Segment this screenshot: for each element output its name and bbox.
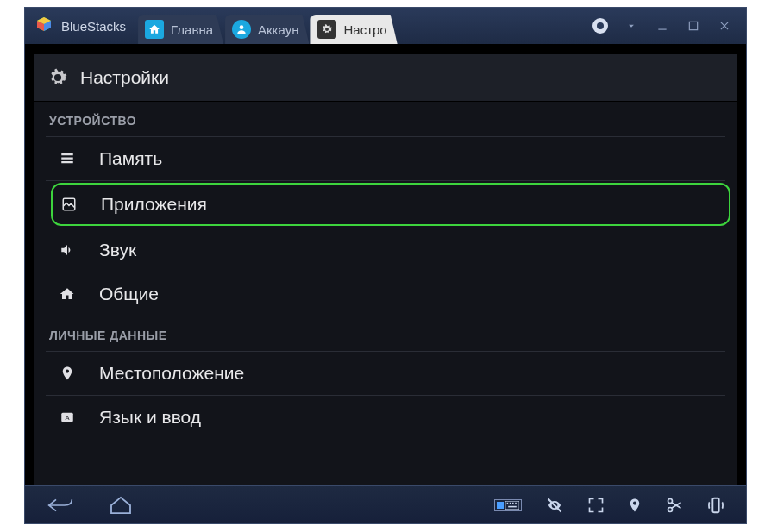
scissors-icon[interactable] [665, 497, 684, 514]
svg-rect-13 [515, 502, 517, 504]
setting-label: Память [99, 148, 162, 169]
tab-label: Аккаун [258, 22, 298, 37]
fullscreen-icon[interactable] [587, 497, 605, 514]
storage-icon [58, 151, 77, 166]
setting-label: Местоположение [99, 363, 244, 384]
window-controls [592, 18, 739, 34]
setting-language[interactable]: A Язык и ввод [34, 396, 737, 439]
svg-rect-2 [689, 22, 697, 29]
svg-point-0 [240, 25, 244, 29]
home-icon [58, 286, 77, 302]
setting-label: Общие [99, 284, 159, 304]
shake-icon[interactable] [706, 496, 725, 515]
home-icon [145, 20, 164, 39]
nav-left [47, 496, 132, 515]
sound-icon [58, 242, 77, 258]
setting-location[interactable]: Местоположение [34, 352, 737, 395]
settings-panel: Настройки УСТРОЙСТВО Память Приложения [34, 54, 737, 485]
svg-rect-14 [508, 505, 517, 507]
close-icon[interactable] [717, 18, 732, 34]
setting-memory[interactable]: Память [34, 137, 737, 180]
visibility-off-icon[interactable] [544, 497, 565, 514]
tab-account[interactable]: Аккаун [225, 15, 309, 44]
tab-label: Настро [343, 22, 386, 37]
gear-icon [46, 66, 70, 90]
maximize-icon[interactable] [686, 18, 701, 34]
svg-rect-9 [505, 501, 519, 510]
dropdown-icon[interactable] [624, 18, 639, 34]
minimize-icon[interactable] [655, 18, 670, 34]
section-header-personal: ЛИЧНЫЕ ДАННЫЕ [34, 316, 737, 351]
user-indicator-icon[interactable] [592, 18, 608, 34]
location-pin-icon[interactable] [627, 496, 642, 515]
svg-rect-10 [507, 502, 509, 504]
setting-general[interactable]: Общие [34, 272, 737, 316]
svg-rect-1 [658, 29, 666, 30]
keyboard-toggle-icon[interactable] [494, 499, 522, 511]
tabs-container: Главна Аккаун Настро [138, 8, 399, 44]
svg-rect-11 [510, 502, 511, 504]
tab-home[interactable]: Главна [138, 15, 223, 44]
home-button[interactable] [110, 496, 132, 515]
settings-icon [317, 20, 336, 39]
setting-label: Приложения [101, 194, 207, 215]
app-window: BlueStacks Главна Аккаун Настро [24, 7, 747, 524]
title-bar: BlueStacks Главна Аккаун Настро [25, 8, 746, 44]
svg-rect-18 [712, 498, 718, 512]
setting-label: Звук [99, 240, 136, 260]
app-logo [32, 14, 56, 38]
bluestacks-logo-icon [34, 16, 54, 36]
svg-text:A: A [65, 414, 69, 422]
svg-rect-3 [61, 153, 73, 155]
svg-rect-5 [61, 161, 73, 163]
setting-sound[interactable]: Звук [34, 228, 737, 272]
divider [46, 180, 725, 181]
android-nav-bar [25, 485, 746, 523]
account-icon [232, 20, 251, 39]
location-icon [58, 366, 77, 381]
app-name: BlueStacks [61, 19, 126, 34]
language-icon: A [58, 410, 77, 425]
content-area: Настройки УСТРОЙСТВО Память Приложения [25, 44, 746, 485]
setting-label: Язык и ввод [99, 407, 201, 428]
nav-right [494, 496, 737, 515]
setting-apps[interactable]: Приложения [51, 183, 730, 226]
svg-rect-12 [512, 502, 514, 504]
panel-header: Настройки [34, 54, 737, 102]
apps-icon [60, 197, 78, 212]
tab-settings[interactable]: Настро [310, 15, 397, 44]
tab-label: Главна [171, 22, 213, 37]
panel-title: Настройки [80, 67, 169, 88]
svg-rect-4 [61, 158, 73, 160]
section-header-device: УСТРОЙСТВО [34, 102, 737, 136]
back-button[interactable] [47, 496, 73, 515]
